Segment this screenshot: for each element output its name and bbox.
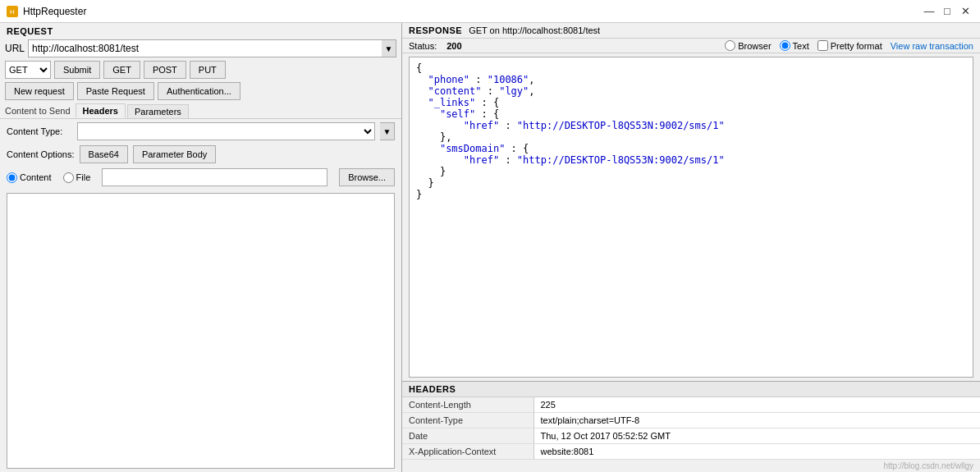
browser-format-radio[interactable] [725, 40, 735, 51]
header-row: DateThu, 12 Oct 2017 05:52:52 GMT [402, 428, 980, 444]
content-radio[interactable] [7, 172, 17, 183]
submit-button[interactable]: Submit [54, 61, 100, 79]
url-label: URL [5, 43, 25, 54]
request-section-header: Request [0, 23, 401, 38]
file-path-input[interactable] [102, 168, 327, 186]
right-panel: Response GET on http://localhost:8081/te… [402, 23, 980, 472]
header-row: Content-Length225 [402, 397, 980, 413]
browser-format-label: Browser [738, 41, 771, 51]
format-group: Browser Text Pretty format View raw tran… [725, 40, 973, 51]
maximize-button[interactable]: □ [939, 3, 955, 20]
content-file-row: Content File Browse... [0, 165, 401, 190]
left-panel: Request URL ▼ GET POST PUT DELETE HEAD O… [0, 23, 402, 472]
method-row: GET POST PUT DELETE HEAD OPTIONS Submit … [0, 59, 401, 80]
status-value: 200 [446, 41, 461, 51]
tab-parameters[interactable]: Parameters [127, 104, 189, 118]
pretty-format-item[interactable]: Pretty format [817, 40, 882, 51]
content-type-label: Content Type: [7, 126, 72, 136]
header-row: X-Application-Contextwebsite:8081 [402, 444, 980, 460]
paste-request-button[interactable]: Paste Request [77, 82, 154, 100]
status-label: Status: [409, 41, 437, 51]
response-status-row: Status: 200 Browser Text Pretty format V… [402, 39, 980, 53]
url-input-wrapper: ▼ [28, 39, 396, 57]
file-radio-label: File [76, 172, 91, 182]
url-input[interactable] [28, 39, 382, 57]
main-container: Request URL ▼ GET POST PUT DELETE HEAD O… [0, 23, 980, 472]
browser-format-item[interactable]: Browser [725, 40, 771, 51]
radio-group: Content File [7, 172, 90, 183]
tab-headers[interactable]: Headers [76, 103, 126, 118]
pretty-format-label: Pretty format [831, 41, 882, 51]
content-options-label: Content Options: [7, 149, 75, 159]
pretty-format-checkbox[interactable] [817, 40, 828, 51]
response-section-header: Response [409, 25, 462, 35]
authentication-button[interactable]: Authentication... [158, 82, 240, 100]
svg-text:H: H [10, 8, 15, 16]
content-textarea-wrapper [0, 190, 401, 472]
response-get-url: GET on http://localhost:8081/test [469, 25, 973, 35]
header-value: website:8081 [534, 444, 980, 460]
window-controls: — □ ✕ [921, 3, 973, 20]
header-value: 225 [534, 397, 980, 413]
tab-row: Content to Send Headers Parameters [0, 102, 401, 119]
minimize-button[interactable]: — [921, 3, 937, 20]
content-type-row: Content Type: ▼ [0, 119, 401, 144]
view-raw-link[interactable]: View raw transaction [891, 41, 973, 51]
post-button[interactable]: POST [144, 61, 186, 79]
url-dropdown-button[interactable]: ▼ [382, 39, 396, 57]
content-type-select[interactable] [77, 122, 375, 140]
header-key: Date [402, 428, 534, 444]
titlebar: H HttpRequester — □ ✕ [0, 0, 980, 23]
new-request-button[interactable]: New request [5, 82, 74, 100]
put-button[interactable]: PUT [190, 61, 226, 79]
content-type-dropdown-icon[interactable]: ▼ [380, 122, 395, 140]
text-format-label: Text [793, 41, 809, 51]
action-row: New request Paste Request Authentication… [0, 80, 401, 102]
headers-section: Headers Content-Length225Content-Typetex… [402, 381, 980, 472]
headers-title: Headers [402, 382, 980, 397]
header-value: Thu, 12 Oct 2017 05:52:52 GMT [534, 428, 980, 444]
content-radio-label: Content [20, 172, 52, 182]
base64-button[interactable]: Base64 [80, 145, 128, 163]
browse-button[interactable]: Browse... [339, 168, 395, 186]
parameter-body-button[interactable]: Parameter Body [133, 145, 216, 163]
text-format-item[interactable]: Text [780, 40, 809, 51]
content-to-send-label: Content to Send [5, 106, 71, 116]
file-radio[interactable] [63, 172, 74, 183]
url-row: URL ▼ [0, 38, 401, 59]
content-textarea[interactable] [7, 193, 395, 469]
watermark: http://blog.csdn.net/wllgy [402, 460, 980, 472]
header-key: Content-Type [402, 413, 534, 428]
method-select[interactable]: GET POST PUT DELETE HEAD OPTIONS [5, 61, 51, 79]
app-title: HttpRequester [23, 6, 86, 17]
get-button[interactable]: GET [103, 61, 140, 79]
header-key: Content-Length [402, 397, 534, 413]
content-options-row: Content Options: Base64 Parameter Body [0, 144, 401, 165]
close-button[interactable]: ✕ [957, 3, 973, 20]
titlebar-left: H HttpRequester [7, 6, 86, 17]
app-icon: H [7, 6, 18, 17]
header-key: X-Application-Context [402, 444, 534, 460]
headers-table: Content-Length225Content-Typetext/plain;… [402, 397, 980, 460]
content-radio-item[interactable]: Content [7, 172, 52, 183]
header-value: text/plain;charset=UTF-8 [534, 413, 980, 428]
text-format-radio[interactable] [780, 40, 790, 51]
response-header: Response GET on http://localhost:8081/te… [402, 23, 980, 39]
file-radio-item[interactable]: File [63, 172, 91, 183]
response-body: { "phone" : "10086", "content" : "lgy", … [409, 57, 973, 378]
header-row: Content-Typetext/plain;charset=UTF-8 [402, 413, 980, 428]
